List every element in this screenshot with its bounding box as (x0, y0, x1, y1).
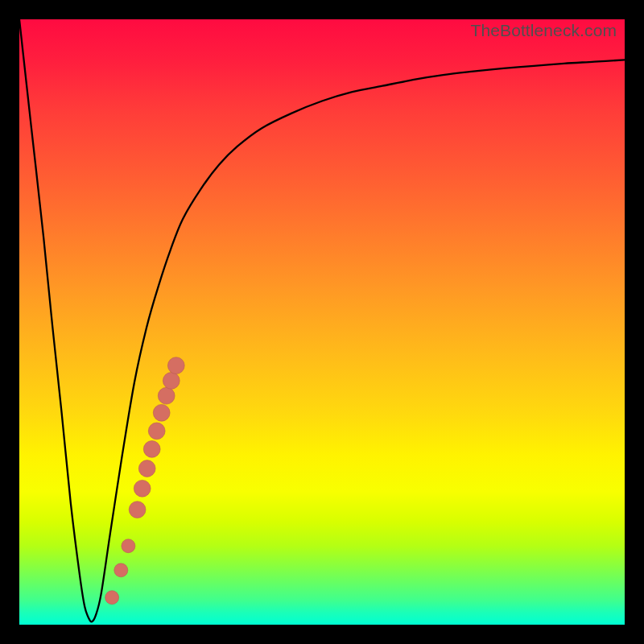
data-markers (105, 357, 185, 605)
data-marker (134, 480, 151, 497)
chart-frame: TheBottleneck.com (0, 0, 644, 644)
data-marker (129, 502, 146, 518)
chart-svg (19, 19, 625, 625)
bottleneck-curve (19, 19, 625, 621)
data-marker (158, 387, 175, 404)
data-marker (143, 441, 160, 458)
data-marker (148, 423, 165, 440)
data-marker (122, 539, 135, 553)
data-marker (153, 404, 170, 421)
watermark-text: TheBottleneck.com (471, 21, 617, 40)
plot-area: TheBottleneck.com (19, 19, 625, 625)
data-marker (163, 373, 180, 390)
data-marker (138, 460, 155, 477)
data-marker (167, 357, 184, 374)
data-marker (114, 564, 128, 577)
data-marker (105, 591, 119, 605)
